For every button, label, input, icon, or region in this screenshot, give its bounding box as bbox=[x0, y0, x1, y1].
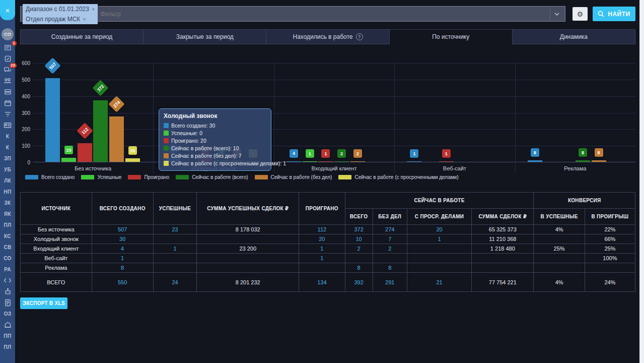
tooltip-row: Сейчас в работе (с просроченными делами)… bbox=[164, 160, 266, 166]
filter-bar[interactable]: Диапазон с 01.01.2023×Отдел продаж МСК× bbox=[20, 6, 565, 22]
table-cell bbox=[153, 263, 197, 273]
help-icon[interactable]: ? bbox=[356, 33, 363, 40]
table-cell: 1 bbox=[299, 254, 345, 263]
sidebar-item-k2[interactable]: К bbox=[2, 143, 13, 151]
tasks-icon[interactable] bbox=[2, 54, 13, 63]
column-subheader: С ПРОСР. ДЕЛАМИ bbox=[407, 209, 471, 225]
table-cell: 8 178 032 bbox=[197, 225, 299, 234]
legend-item[interactable]: Успешные bbox=[81, 174, 121, 180]
tab-по-источнику[interactable]: По источнику bbox=[390, 29, 513, 44]
table-cell: 8 bbox=[345, 263, 373, 273]
avatar[interactable]: СО bbox=[2, 28, 14, 40]
table-cell: 8 bbox=[373, 263, 407, 273]
sidebar-item-ks[interactable]: КС bbox=[2, 232, 13, 240]
people-icon[interactable] bbox=[2, 77, 13, 85]
filter-chip[interactable]: Диапазон с 01.01.2023× bbox=[23, 4, 98, 14]
table-cell: 21 bbox=[407, 273, 471, 292]
legend-item[interactable]: Сейчас в работе (без дел) bbox=[255, 174, 332, 180]
sidebar-item-pp[interactable]: ПП bbox=[2, 332, 13, 340]
home-icon[interactable] bbox=[2, 321, 13, 329]
table-cell bbox=[153, 234, 197, 244]
gridline bbox=[33, 113, 635, 113]
tab-созданные-за-период[interactable]: Созданные за период bbox=[20, 29, 144, 44]
legend-item[interactable]: Сейчас в работе (с просроченными делами) bbox=[338, 174, 458, 180]
calendar-icon[interactable] bbox=[2, 99, 13, 107]
bar-value-badge: 8 bbox=[595, 148, 603, 157]
code-icon[interactable] bbox=[2, 276, 13, 284]
sidebar-item-so[interactable]: СО bbox=[2, 254, 13, 262]
funnel-icon[interactable] bbox=[2, 110, 13, 118]
tab-закрытые-за-период[interactable]: Закрытые за период bbox=[144, 29, 266, 44]
table-cell: 8 bbox=[92, 263, 153, 273]
table-cell bbox=[197, 263, 299, 273]
bar-value-badge: 274 bbox=[108, 96, 125, 112]
chart-bar[interactable] bbox=[407, 161, 421, 162]
drawer-icon[interactable] bbox=[2, 88, 13, 96]
sidebar-item-yak[interactable]: ЯК bbox=[2, 210, 13, 218]
sidebar-item-sv[interactable]: СВ bbox=[2, 243, 13, 251]
legend-label: Сейчас в работе (с просроченными делами) bbox=[354, 174, 458, 180]
chart-bar[interactable] bbox=[125, 158, 140, 162]
legend-item[interactable]: Проиграно bbox=[128, 174, 169, 180]
chip-close-icon[interactable]: × bbox=[83, 16, 86, 22]
chart-bar[interactable] bbox=[439, 161, 454, 162]
chart-bar[interactable] bbox=[109, 116, 124, 162]
chart-bar[interactable] bbox=[78, 143, 92, 162]
chip-close-icon[interactable]: × bbox=[92, 6, 95, 12]
sidebar-item-ra[interactable]: РА bbox=[2, 265, 13, 273]
settings-button[interactable]: ⚙ bbox=[573, 7, 588, 21]
chevron-down-icon[interactable] bbox=[550, 8, 563, 20]
tooltip-items: Всего создано: 30Успешные: 0Проиграно: 2… bbox=[164, 123, 266, 166]
sidebar-item-ub[interactable]: УБ bbox=[2, 165, 13, 173]
chart-bar[interactable] bbox=[592, 160, 606, 162]
sidebar-item-pl[interactable]: ПЛ bbox=[2, 221, 13, 229]
idcard-icon[interactable] bbox=[2, 121, 13, 129]
chart-bar[interactable] bbox=[528, 160, 542, 162]
export-xls-button[interactable]: ЭКСПОРТ В XLS bbox=[20, 297, 67, 309]
chart-bar[interactable] bbox=[334, 161, 349, 162]
sidebar-item-lk[interactable]: ЛК bbox=[2, 176, 13, 185]
y-axis-tick: 100 bbox=[20, 143, 30, 149]
filter-chip[interactable]: Отдел продаж МСК× bbox=[23, 14, 98, 24]
sidebar-item-pl2[interactable]: ПЛ bbox=[2, 343, 13, 351]
table-cell: 550 bbox=[92, 273, 153, 292]
category-separator bbox=[153, 63, 154, 173]
doc-icon[interactable] bbox=[2, 298, 13, 307]
chart-bar[interactable] bbox=[576, 160, 590, 162]
chart-bar[interactable] bbox=[287, 161, 301, 162]
sidebar-item-zk[interactable]: ЗК bbox=[2, 199, 13, 207]
sidebar-item-np[interactable]: НП bbox=[2, 188, 13, 196]
sidebar-item-k1[interactable]: К bbox=[2, 132, 13, 140]
tab-находились-в-работе[interactable]: Находились в работе? bbox=[266, 29, 389, 44]
gear-icon: ⚙ bbox=[577, 10, 584, 18]
column-subheader: В УСПЕШНЫЕ bbox=[534, 209, 585, 225]
feed-icon[interactable]: 1 bbox=[2, 43, 13, 51]
bar-value-badge: 372 bbox=[93, 80, 109, 96]
filter-input[interactable] bbox=[100, 11, 550, 18]
chart-bar[interactable] bbox=[61, 158, 76, 162]
table-row: Реклама888 bbox=[21, 263, 635, 273]
legend-item[interactable]: Сейчас в работе (всего) bbox=[176, 174, 248, 180]
robot-icon[interactable] bbox=[2, 287, 13, 295]
chart-bar[interactable] bbox=[350, 161, 365, 162]
gridline bbox=[33, 80, 635, 80]
chart-bar[interactable] bbox=[303, 161, 317, 162]
close-icon[interactable]: × bbox=[0, 0, 15, 20]
legend-item[interactable]: Всего создано bbox=[25, 174, 75, 180]
tab-bar: Созданные за периодЗакрытые за периодНах… bbox=[20, 29, 635, 44]
table-cell: 66% bbox=[585, 234, 635, 244]
chart-bar[interactable] bbox=[318, 161, 333, 162]
column-header: УСПЕШНЫЕ bbox=[153, 193, 197, 225]
chat-icon[interactable]: 29 bbox=[2, 66, 13, 74]
tooltip-label: Проиграно: 20 bbox=[171, 138, 206, 144]
search-button-label: НАЙТИ bbox=[608, 11, 630, 18]
chart-bar[interactable] bbox=[93, 100, 108, 162]
tab-динамика[interactable]: Динамика bbox=[513, 29, 635, 44]
search-button[interactable]: НАЙТИ bbox=[593, 7, 635, 21]
sources-table: ИСТОЧНИКВСЕГО СОЗДАНОУСПЕШНЫЕСУММА УСПЕШ… bbox=[20, 192, 635, 292]
vertical-scrollbar[interactable] bbox=[639, 0, 644, 363]
sidebar-item-zp[interactable]: ЗП bbox=[2, 154, 13, 162]
table-cell bbox=[345, 254, 373, 263]
sidebar-item-oz[interactable]: ОЗ bbox=[2, 310, 13, 318]
chart-bar[interactable] bbox=[45, 78, 60, 162]
